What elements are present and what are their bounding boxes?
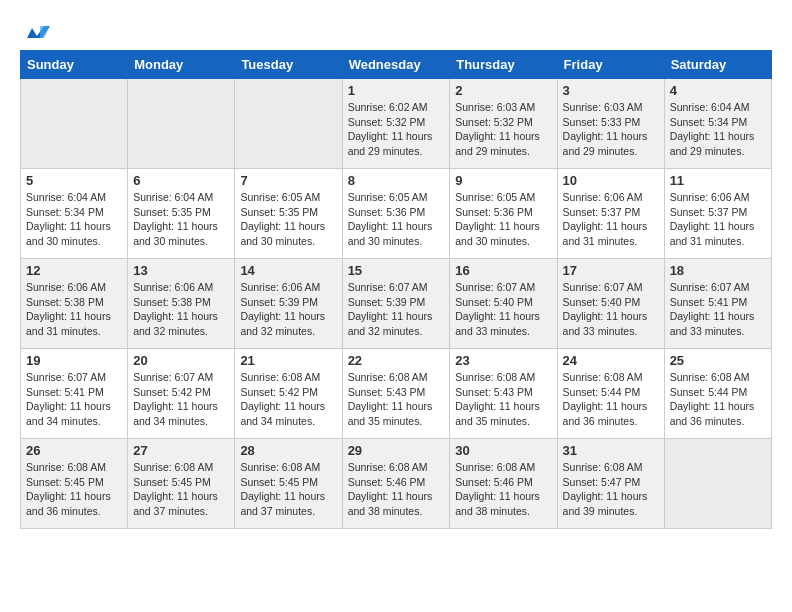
day-info: Sunrise: 6:05 AMSunset: 5:36 PMDaylight:… (455, 190, 551, 249)
day-number: 31 (563, 443, 659, 458)
day-info: Sunrise: 6:05 AMSunset: 5:35 PMDaylight:… (240, 190, 336, 249)
day-number: 2 (455, 83, 551, 98)
day-number: 22 (348, 353, 445, 368)
calendar-cell: 28Sunrise: 6:08 AMSunset: 5:45 PMDayligh… (235, 439, 342, 529)
day-header-monday: Monday (128, 51, 235, 79)
calendar-header-row: SundayMondayTuesdayWednesdayThursdayFrid… (21, 51, 772, 79)
day-info: Sunrise: 6:06 AMSunset: 5:37 PMDaylight:… (670, 190, 766, 249)
calendar-cell: 21Sunrise: 6:08 AMSunset: 5:42 PMDayligh… (235, 349, 342, 439)
day-info: Sunrise: 6:02 AMSunset: 5:32 PMDaylight:… (348, 100, 445, 159)
day-number: 28 (240, 443, 336, 458)
day-info: Sunrise: 6:04 AMSunset: 5:34 PMDaylight:… (670, 100, 766, 159)
day-info: Sunrise: 6:08 AMSunset: 5:44 PMDaylight:… (563, 370, 659, 429)
calendar-week-row: 12Sunrise: 6:06 AMSunset: 5:38 PMDayligh… (21, 259, 772, 349)
calendar-cell (235, 79, 342, 169)
day-number: 10 (563, 173, 659, 188)
day-number: 25 (670, 353, 766, 368)
day-info: Sunrise: 6:08 AMSunset: 5:43 PMDaylight:… (455, 370, 551, 429)
day-number: 8 (348, 173, 445, 188)
calendar-cell: 15Sunrise: 6:07 AMSunset: 5:39 PMDayligh… (342, 259, 450, 349)
day-number: 3 (563, 83, 659, 98)
calendar-week-row: 19Sunrise: 6:07 AMSunset: 5:41 PMDayligh… (21, 349, 772, 439)
calendar-cell: 25Sunrise: 6:08 AMSunset: 5:44 PMDayligh… (664, 349, 771, 439)
calendar-cell: 17Sunrise: 6:07 AMSunset: 5:40 PMDayligh… (557, 259, 664, 349)
day-header-tuesday: Tuesday (235, 51, 342, 79)
day-info: Sunrise: 6:04 AMSunset: 5:35 PMDaylight:… (133, 190, 229, 249)
day-number: 6 (133, 173, 229, 188)
logo-icon (22, 18, 52, 42)
day-info: Sunrise: 6:08 AMSunset: 5:45 PMDaylight:… (26, 460, 122, 519)
day-number: 27 (133, 443, 229, 458)
calendar-cell: 9Sunrise: 6:05 AMSunset: 5:36 PMDaylight… (450, 169, 557, 259)
calendar-cell: 4Sunrise: 6:04 AMSunset: 5:34 PMDaylight… (664, 79, 771, 169)
day-number: 7 (240, 173, 336, 188)
calendar-cell: 11Sunrise: 6:06 AMSunset: 5:37 PMDayligh… (664, 169, 771, 259)
calendar-cell: 23Sunrise: 6:08 AMSunset: 5:43 PMDayligh… (450, 349, 557, 439)
day-info: Sunrise: 6:08 AMSunset: 5:45 PMDaylight:… (133, 460, 229, 519)
day-info: Sunrise: 6:08 AMSunset: 5:47 PMDaylight:… (563, 460, 659, 519)
day-info: Sunrise: 6:03 AMSunset: 5:32 PMDaylight:… (455, 100, 551, 159)
calendar-cell: 31Sunrise: 6:08 AMSunset: 5:47 PMDayligh… (557, 439, 664, 529)
day-info: Sunrise: 6:08 AMSunset: 5:46 PMDaylight:… (455, 460, 551, 519)
calendar-week-row: 1Sunrise: 6:02 AMSunset: 5:32 PMDaylight… (21, 79, 772, 169)
calendar-cell (21, 79, 128, 169)
calendar-cell: 12Sunrise: 6:06 AMSunset: 5:38 PMDayligh… (21, 259, 128, 349)
calendar-cell: 18Sunrise: 6:07 AMSunset: 5:41 PMDayligh… (664, 259, 771, 349)
day-info: Sunrise: 6:04 AMSunset: 5:34 PMDaylight:… (26, 190, 122, 249)
calendar-week-row: 5Sunrise: 6:04 AMSunset: 5:34 PMDaylight… (21, 169, 772, 259)
day-number: 14 (240, 263, 336, 278)
day-info: Sunrise: 6:08 AMSunset: 5:43 PMDaylight:… (348, 370, 445, 429)
calendar-cell: 29Sunrise: 6:08 AMSunset: 5:46 PMDayligh… (342, 439, 450, 529)
calendar-cell: 7Sunrise: 6:05 AMSunset: 5:35 PMDaylight… (235, 169, 342, 259)
calendar-cell: 1Sunrise: 6:02 AMSunset: 5:32 PMDaylight… (342, 79, 450, 169)
day-number: 13 (133, 263, 229, 278)
day-number: 19 (26, 353, 122, 368)
day-header-saturday: Saturday (664, 51, 771, 79)
calendar-table: SundayMondayTuesdayWednesdayThursdayFrid… (20, 50, 772, 529)
calendar-cell: 16Sunrise: 6:07 AMSunset: 5:40 PMDayligh… (450, 259, 557, 349)
day-info: Sunrise: 6:07 AMSunset: 5:41 PMDaylight:… (26, 370, 122, 429)
calendar-cell (664, 439, 771, 529)
calendar-cell: 22Sunrise: 6:08 AMSunset: 5:43 PMDayligh… (342, 349, 450, 439)
day-header-friday: Friday (557, 51, 664, 79)
day-number: 20 (133, 353, 229, 368)
calendar-week-row: 26Sunrise: 6:08 AMSunset: 5:45 PMDayligh… (21, 439, 772, 529)
day-info: Sunrise: 6:07 AMSunset: 5:42 PMDaylight:… (133, 370, 229, 429)
day-info: Sunrise: 6:07 AMSunset: 5:39 PMDaylight:… (348, 280, 445, 339)
logo (20, 20, 52, 40)
day-info: Sunrise: 6:03 AMSunset: 5:33 PMDaylight:… (563, 100, 659, 159)
day-info: Sunrise: 6:08 AMSunset: 5:46 PMDaylight:… (348, 460, 445, 519)
calendar-cell: 24Sunrise: 6:08 AMSunset: 5:44 PMDayligh… (557, 349, 664, 439)
calendar-cell: 26Sunrise: 6:08 AMSunset: 5:45 PMDayligh… (21, 439, 128, 529)
calendar-cell: 6Sunrise: 6:04 AMSunset: 5:35 PMDaylight… (128, 169, 235, 259)
calendar-cell: 10Sunrise: 6:06 AMSunset: 5:37 PMDayligh… (557, 169, 664, 259)
calendar-cell: 3Sunrise: 6:03 AMSunset: 5:33 PMDaylight… (557, 79, 664, 169)
day-info: Sunrise: 6:06 AMSunset: 5:37 PMDaylight:… (563, 190, 659, 249)
day-number: 18 (670, 263, 766, 278)
day-number: 5 (26, 173, 122, 188)
calendar-cell: 2Sunrise: 6:03 AMSunset: 5:32 PMDaylight… (450, 79, 557, 169)
day-number: 23 (455, 353, 551, 368)
day-number: 21 (240, 353, 336, 368)
calendar-cell: 5Sunrise: 6:04 AMSunset: 5:34 PMDaylight… (21, 169, 128, 259)
day-info: Sunrise: 6:07 AMSunset: 5:41 PMDaylight:… (670, 280, 766, 339)
day-number: 29 (348, 443, 445, 458)
day-number: 12 (26, 263, 122, 278)
calendar-cell (128, 79, 235, 169)
calendar-cell: 19Sunrise: 6:07 AMSunset: 5:41 PMDayligh… (21, 349, 128, 439)
calendar-cell: 8Sunrise: 6:05 AMSunset: 5:36 PMDaylight… (342, 169, 450, 259)
day-header-sunday: Sunday (21, 51, 128, 79)
calendar-cell: 27Sunrise: 6:08 AMSunset: 5:45 PMDayligh… (128, 439, 235, 529)
day-info: Sunrise: 6:08 AMSunset: 5:44 PMDaylight:… (670, 370, 766, 429)
day-info: Sunrise: 6:06 AMSunset: 5:38 PMDaylight:… (133, 280, 229, 339)
page-header (20, 20, 772, 40)
day-number: 9 (455, 173, 551, 188)
day-info: Sunrise: 6:06 AMSunset: 5:38 PMDaylight:… (26, 280, 122, 339)
day-number: 11 (670, 173, 766, 188)
day-info: Sunrise: 6:08 AMSunset: 5:42 PMDaylight:… (240, 370, 336, 429)
day-number: 16 (455, 263, 551, 278)
calendar-cell: 13Sunrise: 6:06 AMSunset: 5:38 PMDayligh… (128, 259, 235, 349)
day-info: Sunrise: 6:08 AMSunset: 5:45 PMDaylight:… (240, 460, 336, 519)
day-number: 17 (563, 263, 659, 278)
day-info: Sunrise: 6:07 AMSunset: 5:40 PMDaylight:… (563, 280, 659, 339)
